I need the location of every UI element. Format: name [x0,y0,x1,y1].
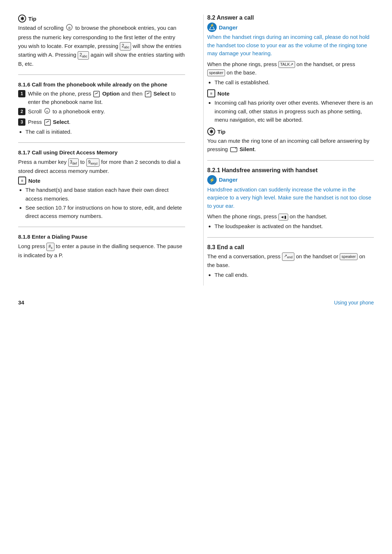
bullet-83: The call ends. [215,271,374,279]
note-817-header: ≡ Note [18,177,185,185]
note-icon: ≡ [18,177,26,185]
svg-rect-8 [45,120,50,125]
section-82-title: 8.2 Answer a call [207,15,374,21]
section-816-bullets: The call is initiated. [25,128,185,136]
section-83-title: 8.3 End a call [207,244,374,251]
svg-rect-2 [94,91,99,97]
key-speaker-base: speaker [340,253,358,260]
note-82-header: ≡ Note [207,89,374,97]
tip-icon-82: ✱ [207,128,215,136]
danger-icon-82: ⚡ [207,23,217,32]
step-text-3: Press Select. [28,118,185,126]
danger-82-header: ⚡ Danger [207,23,374,32]
divider-r1 [207,160,374,161]
section-83-bullets: The call ends. [215,271,374,279]
section-821-body-a: When the phone rings, press ◄▮ on the ha… [207,212,374,221]
tip-82: ✱ Tip You can mute the ring tone of an i… [207,128,374,154]
step-text-1: While on the phone, press Option and the… [28,90,185,106]
section-83: 8.3 End a call The end a conversation, p… [207,244,374,279]
key-handsfree: ◄▮ [278,214,288,221]
section-82-bullets: The call is established. [215,78,374,86]
silent-button-icon [230,146,237,153]
note-82: ≡ Note Incoming call has priority over o… [207,89,374,124]
svg-text:⚡: ⚡ [210,24,215,28]
key-hash: #s [46,243,54,251]
section-817-title: 8.1.7 Call using Direct Access Memory [18,149,185,155]
key-2abc: 2abc [120,42,131,50]
step-num-3: 3 [18,118,25,126]
section-818: 8.1.8 Enter a Dialing Pause Long press #… [18,234,185,259]
page-footer: 34 Using your phone [18,296,374,306]
step-num-2: 2 [18,108,25,115]
tip-icon: ✱ [18,15,26,23]
key-end: ↗end [282,252,294,260]
key-speaker: speaker [207,69,225,76]
note-817-bullet-1: The handset(s) and base station each hav… [25,186,185,203]
svg-line-3 [95,93,98,94]
key-2abc-2: 2abc [78,51,89,60]
footer-right: Using your phone [334,300,374,306]
svg-line-9 [46,121,49,122]
select-button-icon-2 [44,119,51,126]
key-3def: 3def [68,158,79,167]
danger-821-header: ⚡ Danger [207,175,374,185]
note-82-bullet: Incoming call has priority over other ev… [215,98,374,124]
bullet-816: The call is initiated. [25,128,185,136]
step-816-1: 1 While on the phone, press Option and t… [18,90,185,106]
step-816-2: 2 Scroll ✛ to a phonebook entry. [18,108,185,117]
svg-text:⊕: ⊕ [68,26,71,30]
svg-text:⚡: ⚡ [209,177,215,183]
divider-3 [18,227,185,227]
svg-line-5 [147,93,150,94]
section-83-body: The end a conversation, press ↗end on th… [207,252,374,269]
bullet-82-established: The call is established. [215,78,374,86]
key-talk: TALK↗ [278,61,295,68]
section-818-body: Long press #s to enter a pause in the di… [18,242,185,259]
danger-82-text: When the handset rings during an incomin… [207,33,374,58]
page-number: 34 [18,299,24,306]
select-button-icon [145,91,151,97]
tip-82-header: ✱ Tip [207,128,374,136]
note-82-bullets: Incoming call has priority over other ev… [215,98,374,124]
option-button-icon [93,91,100,97]
note-817: ≡ Note The handset(s) and base station e… [18,177,185,220]
scroll-icon-2: ✛ [44,108,50,117]
section-821-bullets: The loudspeaker is activated on the hand… [215,222,374,230]
step-num-1: 1 [18,90,25,97]
bullet-821: The loudspeaker is activated on the hand… [215,222,374,230]
svg-text:✛: ✛ [46,110,49,113]
divider-r2 [207,237,374,238]
note-icon-82: ≡ [207,89,215,97]
note-817-bullets: The handset(s) and base station each hav… [25,186,185,220]
note-817-bullet-2: See section 10.7 for instructions on how… [25,203,185,221]
danger-icon-821: ⚡ [207,175,217,185]
section-82: 8.2 Answer a call ⚡ Danger When the hand… [207,15,374,154]
tip-header: ✱ Tip [18,15,185,23]
scroll-icon: ⊕ [66,24,73,33]
tip-82-body: You can mute the ring tone of an incomin… [207,137,374,154]
tip-phonebook-body: Instead of scrolling ⊕ to browse the pho… [18,24,185,68]
section-821-title: 8.2.1 Handsfree answering with handset [207,167,374,174]
divider-1 [18,74,185,75]
section-821: 8.2.1 Handsfree answering with handset ⚡… [207,167,374,231]
section-818-title: 8.1.8 Enter a Dialing Pause [18,234,185,240]
section-82-body-a: When the phone rings, press TALK↗ on the… [207,60,374,77]
svg-rect-4 [145,91,151,97]
tip-phonebook-scroll: ✱ Tip Instead of scrolling ⊕ to browse t… [18,15,185,68]
right-column: 8.2 Answer a call ⚡ Danger When the hand… [203,15,374,286]
divider-2 [18,142,185,143]
step-text-2: Scroll ✛ to a phonebook entry. [28,108,185,117]
danger-821-text: Handsfree activation can suddenly increa… [207,186,374,210]
section-817-body: Press a number key 3def to 9wxyz for mor… [18,158,185,175]
section-816: 8.1.6 Call from the phonebook while alre… [18,81,185,136]
section-817: 8.1.7 Call using Direct Access Memory Pr… [18,149,185,220]
key-9wxyz: 9wxyz [86,158,100,167]
left-column: ✱ Tip Instead of scrolling ⊕ to browse t… [18,15,189,286]
section-816-title: 8.1.6 Call from the phonebook while alre… [18,81,185,88]
step-816-3: 3 Press Select. [18,118,185,126]
